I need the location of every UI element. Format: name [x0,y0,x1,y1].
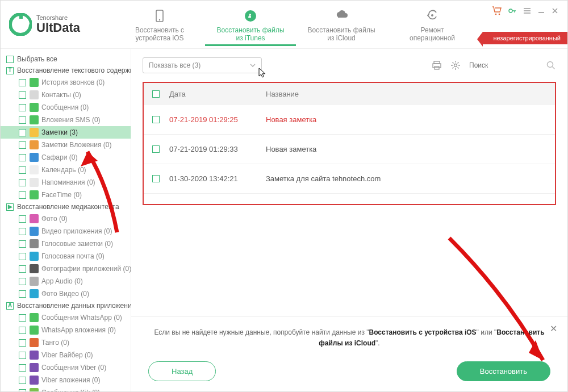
checkbox[interactable] [19,215,26,223]
sidebar-item-2-6[interactable]: Сообщения Kik (0) [1,386,131,391]
sidebar-item-0-0[interactable]: История звонков (0) [1,76,131,89]
tab-3[interactable]: Ремонтоперационной [387,3,478,46]
chevron-down-icon [250,64,256,67]
svg-point-3 [159,19,160,20]
item-label: Танго (0) [41,339,69,347]
item-label: Сообщения WhatsApp (0) [41,314,122,322]
notice-close-icon[interactable]: ✕ [550,322,557,336]
sidebar-item-2-0[interactable]: Сообщения WhatsApp (0) [1,311,131,324]
sidebar-item-0-9[interactable]: FaceTime (0) [1,189,131,201]
gear-icon[interactable] [450,60,461,70]
checkbox[interactable] [19,265,26,273]
select-all-row[interactable]: Выбрать все [1,53,131,65]
tab-icon [424,8,440,24]
unregistered-ribbon: незарегистрированный [483,32,567,44]
row-date: 01-30-2020 13:42:21 [169,174,266,183]
sidebar-item-0-4[interactable]: Заметки (3) [1,126,131,139]
checkbox[interactable] [19,327,26,334]
checkbox[interactable] [19,290,26,298]
cart-icon[interactable] [492,6,502,15]
checkbox[interactable] [19,314,26,322]
sidebar-item-2-1[interactable]: WhatsApp вложения (0) [1,324,131,336]
sidebar-item-0-6[interactable]: Сафари (0) [1,151,131,164]
row-checkbox[interactable] [152,116,160,123]
checkbox[interactable] [19,240,26,248]
checkbox[interactable] [19,154,26,161]
back-button[interactable]: Назад [148,361,216,381]
checkbox[interactable] [19,253,26,260]
svg-rect-10 [433,64,441,68]
sidebar-item-0-5[interactable]: Заметки Вложения (0) [1,139,131,151]
checkbox[interactable] [19,352,26,359]
tab-2[interactable]: Восстановить файлыиз iCloud [296,3,387,46]
row-date: 07-21-2019 01:29:33 [169,145,266,153]
checkbox[interactable] [19,129,26,136]
sidebar-item-1-4[interactable]: Фотографии приложений (0) [1,262,131,275]
checkbox[interactable] [19,166,26,174]
table-row[interactable]: 01-30-2020 13:42:21Заметка для сайта teh… [144,164,555,194]
sidebar-item-1-2[interactable]: Голосовые заметки (0) [1,237,131,250]
category-icon: A [6,302,14,310]
sidebar-item-0-7[interactable]: Календарь (0) [1,164,131,176]
search-icon[interactable] [546,60,556,70]
app-logo: Tenorshare UltData [9,13,80,36]
search-input[interactable] [469,59,537,72]
section-0[interactable]: TВосстановление текстового содержи [1,65,131,76]
key-icon[interactable] [508,6,517,15]
checkbox[interactable] [19,278,26,285]
table-row[interactable]: 07-21-2019 01:29:33Новая заметка [144,135,555,164]
section-2[interactable]: AВосстановление данных приложений [1,300,131,311]
close-icon[interactable] [551,7,559,15]
sidebar-item-1-3[interactable]: Голосовая почта (0) [1,250,131,262]
menu-icon[interactable] [523,6,532,15]
checkbox[interactable] [19,179,26,186]
sidebar-item-0-8[interactable]: Напоминания (0) [1,176,131,189]
print-icon[interactable] [432,60,442,70]
sidebar-item-0-2[interactable]: Сообщения (0) [1,101,131,114]
notes-table: Дата Название 07-21-2019 01:29:25Новая з… [143,82,556,205]
checkbox[interactable] [6,56,14,63]
restore-button[interactable]: Восстановить [457,361,550,381]
checkbox[interactable] [19,141,26,149]
select-all-checkbox[interactable] [152,90,160,98]
sidebar-item-2-3[interactable]: Viber Вайбер (0) [1,349,131,361]
sidebar-item-1-1[interactable]: Видео приложения (0) [1,225,131,237]
item-label: Заметки Вложения (0) [41,141,111,149]
row-checkbox[interactable] [152,145,160,153]
checkbox[interactable] [19,389,26,392]
checkbox[interactable] [19,364,26,372]
row-checkbox[interactable] [152,175,160,182]
sidebar-item-1-6[interactable]: Фото Видео (0) [1,287,131,300]
item-icon [30,214,39,223]
checkbox[interactable] [19,339,26,347]
checkbox[interactable] [19,116,26,124]
sidebar-item-2-5[interactable]: Viber вложения (0) [1,374,131,386]
sidebar: Выбрать всеTВосстановление текстового со… [1,49,131,391]
logo-icon [9,13,32,36]
minimize-icon[interactable] [537,7,545,15]
sidebar-item-1-0[interactable]: Фото (0) [1,212,131,225]
item-label: App Audio (0) [41,277,83,285]
section-1[interactable]: ▶Восстановление медиаконтента [1,201,131,212]
svg-rect-1 [19,15,23,19]
checkbox[interactable] [19,377,26,384]
filter-dropdown[interactable]: Показать все (3) [143,57,262,73]
col-date: Дата [169,90,266,98]
checkbox[interactable] [19,91,26,99]
checkbox[interactable] [19,191,26,199]
item-label: Фото Видео (0) [41,290,89,298]
tab-1[interactable]: Восстановить файлыиз iTunes [205,3,296,46]
checkbox[interactable] [19,228,26,235]
sidebar-item-1-5[interactable]: App Audio (0) [1,275,131,287]
svg-point-5 [431,14,433,16]
checkbox[interactable] [19,79,26,86]
item-label: Видео приложения (0) [41,227,112,235]
item-label: Заметки (3) [41,128,78,136]
sidebar-item-0-1[interactable]: Контакты (0) [1,89,131,101]
sidebar-item-0-3[interactable]: Вложения SMS (0) [1,114,131,126]
sidebar-item-2-4[interactable]: Сообщения Viber (0) [1,361,131,374]
checkbox[interactable] [19,104,26,111]
sidebar-item-2-2[interactable]: Танго (0) [1,336,131,349]
tab-0[interactable]: Восстановить сустройства iOS [114,3,205,46]
table-row[interactable]: 07-21-2019 01:29:25Новая заметка [144,105,555,135]
